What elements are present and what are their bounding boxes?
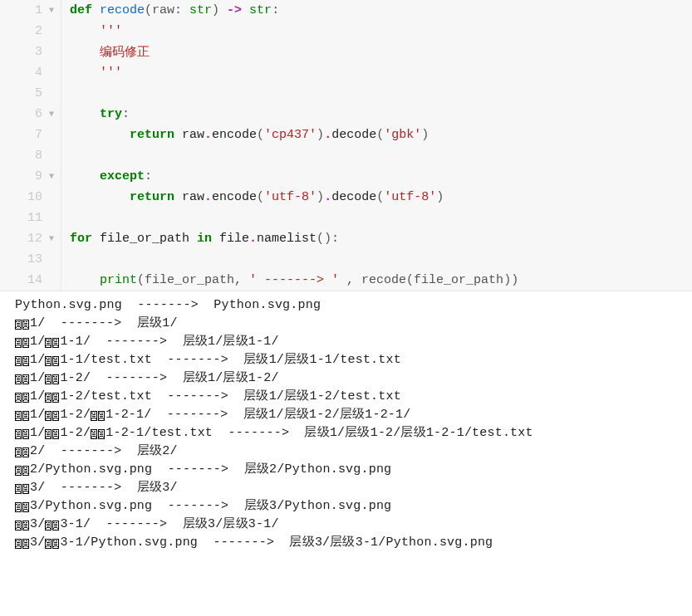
token-call: encode — [212, 190, 257, 204]
mojibake-glyph — [15, 519, 22, 531]
output-line: 3/3-1/Python.svg.png -------> 层级3/层级3-1/… — [15, 534, 682, 552]
decoded-text: 层级2/Python.svg.png — [244, 462, 392, 477]
output-arrow: -------> — [91, 517, 182, 531]
code-line[interactable] — [70, 249, 692, 270]
fold-icon — [47, 276, 56, 285]
output-line: 1/1-1/test.txt -------> 层级1/层级1-1/test.t… — [15, 351, 682, 369]
output-line: 1/1-1/ -------> 层级1/层级1-1/ — [15, 333, 682, 351]
output-arrow: -------> — [151, 408, 243, 422]
output-line: 2/Python.svg.png -------> 层级2/Python.svg… — [15, 461, 682, 479]
code-line[interactable]: return raw.encode('cp437').decode('gbk') — [70, 125, 692, 145]
mojibake-glyph — [52, 519, 60, 531]
token-op: . — [324, 128, 331, 142]
token-punct: : — [145, 169, 152, 183]
code-editor[interactable]: 1▼23456▼789▼101112▼1314 def recode(raw: … — [0, 0, 692, 291]
mojibake-glyph — [45, 391, 52, 403]
token-name: file — [212, 232, 249, 246]
mojibake-glyph — [15, 446, 22, 458]
gutter-line: 14 — [0, 270, 56, 291]
code-line[interactable] — [70, 208, 692, 228]
token-punct: ( — [257, 128, 264, 142]
output-line: 1/1-2/1-2-1/test.txt -------> 层级1/层级1-2/… — [15, 424, 682, 442]
output-line: 1/1-2/1-2-1/ -------> 层级1/层级1-2/层级1-2-1/ — [15, 406, 682, 424]
token-punct: ) — [317, 128, 324, 142]
mojibake-glyph — [22, 464, 30, 477]
token-name: raw — [174, 128, 204, 142]
code-line[interactable]: ''' — [70, 62, 692, 83]
line-number: 11 — [14, 211, 42, 225]
code-line[interactable] — [70, 83, 692, 104]
code-line[interactable]: print(file_or_path, ' -------> ' , recod… — [70, 270, 692, 291]
code-area[interactable]: def recode(raw: str) -> str: ''' 编码修正 ''… — [61, 0, 692, 291]
decoded-text: 层级3/ — [137, 481, 178, 495]
decoded-text: 层级1/层级1-1/test.txt — [243, 353, 401, 367]
decoded-text: Python.svg.png — [213, 298, 321, 312]
token-kw: in — [197, 232, 212, 246]
mojibake-glyph — [15, 464, 22, 477]
mojibake-glyph — [22, 391, 30, 403]
gutter: 1▼23456▼789▼101112▼1314 — [0, 0, 61, 291]
output-arrow: -------> — [213, 426, 304, 440]
code-line[interactable]: 编码修正 — [70, 42, 692, 62]
fold-icon[interactable]: ▼ — [47, 173, 56, 181]
fold-icon[interactable]: ▼ — [47, 235, 56, 243]
token-name: raw — [174, 190, 204, 204]
line-number: 12 — [14, 232, 42, 246]
token-builtin: str — [189, 3, 212, 17]
mojibake-glyph — [22, 446, 30, 458]
code-line[interactable]: def recode(raw: str) -> str: — [70, 0, 692, 21]
fold-icon[interactable]: ▼ — [47, 7, 56, 15]
token-punct: (file_or_path, — [137, 273, 249, 287]
token-punct: (): — [317, 232, 339, 246]
mojibake-glyph — [15, 409, 22, 422]
decoded-text: 层级3/Python.svg.png — [244, 499, 392, 513]
token-call: namelist — [257, 232, 317, 246]
code-line[interactable]: ''' — [70, 21, 692, 42]
output-line: 1/1-2/ -------> 层级1/层级1-2/ — [15, 369, 682, 388]
token-kw: except — [70, 169, 145, 183]
code-line[interactable]: return raw.encode('utf-8').decode('utf-8… — [70, 187, 692, 208]
output-line: 3/3-1/ -------> 层级3/层级3-1/ — [15, 516, 682, 534]
line-number: 5 — [14, 86, 42, 100]
token-punct: , recode(file_or_path)) — [339, 273, 518, 287]
token-kw: def — [70, 3, 100, 17]
mojibake-glyph — [22, 482, 30, 495]
token-punct: ( — [376, 128, 384, 142]
output-line: 3/ -------> 层级3/ — [15, 479, 682, 497]
output-line: 3/Python.svg.png -------> 层级3/Python.svg… — [15, 497, 682, 516]
token-str: ''' — [70, 66, 122, 80]
output-arrow: -------> — [45, 316, 136, 330]
token-call: encode — [212, 128, 257, 142]
fold-icon — [47, 27, 56, 36]
fold-icon — [47, 48, 56, 56]
token-punct — [242, 3, 249, 17]
code-line[interactable]: for file_or_path in file.namelist(): — [70, 228, 692, 249]
output-arrow: -------> — [91, 335, 182, 349]
mojibake-glyph — [52, 409, 60, 422]
fold-icon — [47, 214, 56, 222]
output-arrow: -------> — [198, 535, 289, 550]
fold-icon — [47, 69, 56, 77]
code-line[interactable]: except: — [70, 166, 692, 187]
token-punct: ) — [421, 128, 429, 142]
fold-icon — [47, 131, 56, 139]
gutter-line: 3 — [0, 42, 56, 62]
mojibake-glyph — [15, 373, 22, 385]
output-line: 2/ -------> 层级2/ — [15, 442, 682, 461]
fold-icon[interactable]: ▼ — [47, 110, 56, 119]
token-kw: return — [70, 128, 174, 142]
gutter-line: 12▼ — [0, 228, 56, 249]
mojibake-glyph — [52, 537, 60, 550]
mojibake-glyph — [52, 373, 60, 385]
fold-icon — [47, 90, 56, 98]
code-line[interactable]: try: — [70, 104, 692, 125]
mojibake-glyph — [45, 373, 52, 385]
mojibake-glyph — [91, 428, 98, 440]
token-builtin: print — [100, 273, 137, 287]
line-number: 1 — [14, 3, 42, 17]
token-op: . — [324, 190, 331, 204]
output-arrow: -------> — [45, 444, 136, 458]
mojibake-glyph — [15, 354, 22, 367]
line-number: 2 — [14, 24, 42, 38]
code-line[interactable] — [70, 145, 692, 166]
